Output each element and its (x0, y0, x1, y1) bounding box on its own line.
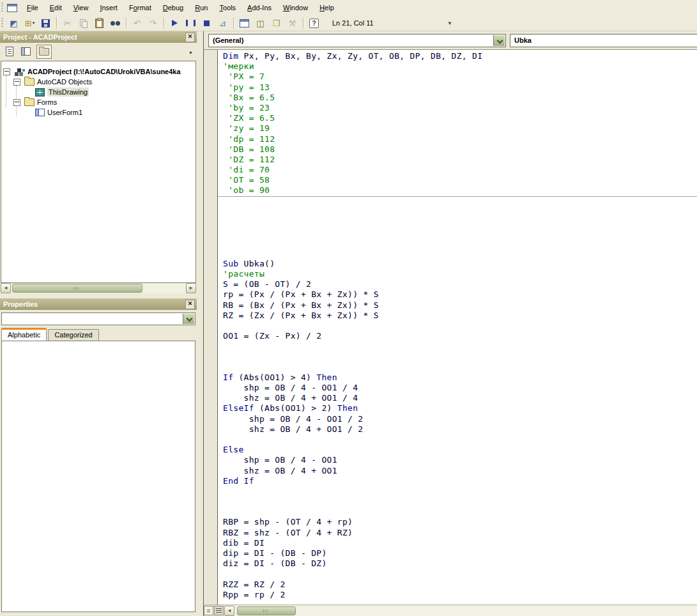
toggle-folders-icon (39, 48, 49, 56)
project-tree-hscrollbar: ◂ ▸ (1, 283, 196, 293)
procedure-view-button[interactable] (204, 606, 213, 615)
reset-icon (204, 20, 210, 26)
menu-item-tools[interactable]: Tools (213, 1, 241, 14)
tree-connector (6, 75, 6, 107)
toggle-folders-button[interactable] (36, 45, 52, 59)
code-editor-surface[interactable]: Dim Px, Py, Bx, By, Zx, Zy, OT, OB, DP, … (218, 50, 697, 604)
chevron-down-icon (186, 316, 192, 322)
insert-userform-button[interactable]: ⊞▾ (22, 17, 37, 30)
find-button[interactable] (108, 17, 123, 30)
help-icon (309, 19, 319, 28)
code-line: RBZ = shz - (OT / 4 + RZ) (223, 528, 697, 538)
code-line: RZZ = RZ / 2 (223, 580, 697, 590)
tree-item-thisdrawing[interactable]: ThisDrawing (1, 87, 195, 97)
tree-item-userform1[interactable]: UserForm1 (1, 107, 195, 118)
scrollbar-track[interactable] (234, 606, 697, 616)
menu-bar: FileEditViewInsertFormatDebugRunToolsAdd… (0, 0, 697, 16)
code-line (223, 497, 697, 507)
undo-icon: ↶ (134, 19, 141, 27)
help-button[interactable] (307, 17, 321, 30)
code-line: ElseIf (Abs(OO1) > 2) Then (223, 403, 697, 413)
project-panel-close-button[interactable]: ✕ (185, 33, 195, 42)
tab-categorized[interactable]: Categorized (48, 329, 98, 341)
tree-item-project-root[interactable]: ACADProject (I:\!AutoCAD\UrokiVBA\sune4k… (1, 66, 195, 77)
redo-icon: ↷ (149, 19, 157, 27)
properties-tabs: Alphabetic Categorized (1, 327, 100, 341)
menu-item-help[interactable]: Help (314, 1, 340, 14)
dropdown-button[interactable] (493, 35, 505, 46)
menu-item-debug[interactable]: Debug (157, 1, 189, 14)
menu-item-insert[interactable]: Insert (94, 1, 123, 14)
properties-panel-titlebar[interactable]: Properties ✕ (0, 298, 197, 310)
object-dropdown[interactable]: (General) (208, 34, 506, 47)
object-browser-button[interactable]: ❒ (269, 17, 284, 30)
undo-button: ↶ (130, 17, 144, 30)
userform-icon (35, 109, 45, 116)
run-button[interactable] (167, 17, 182, 30)
tab-alphabetic[interactable]: Alphabetic (1, 328, 47, 341)
view-object-button[interactable] (18, 45, 33, 59)
dropdown-button[interactable] (183, 314, 194, 324)
menu-item-edit[interactable]: Edit (44, 1, 68, 14)
paste-button[interactable] (92, 17, 107, 30)
save-icon (42, 19, 50, 27)
code-margin-bar[interactable] (204, 50, 218, 604)
toolbar-grip[interactable] (1, 18, 3, 28)
code-line: shp = OB / 4 - OO1 / 2 (223, 414, 697, 424)
drawing-icon (35, 88, 45, 96)
scroll-left-button[interactable]: ◂ (224, 606, 234, 616)
properties-list[interactable] (1, 341, 195, 612)
code-line: 'di = 70 (223, 165, 697, 175)
code-line: Dim Px, Py, Bx, By, Zx, Zy, OT, OB, DP, … (223, 51, 697, 61)
code-line: diz = DI - (DB - DZ) (223, 558, 697, 569)
toolbar-separator (126, 17, 126, 29)
menu-item-view[interactable]: View (68, 1, 95, 14)
scrollbar-thumb[interactable] (237, 606, 296, 615)
collapse-icon[interactable] (3, 68, 10, 75)
menu-item-window[interactable]: Window (277, 1, 314, 14)
tree-item-forms[interactable]: Forms (1, 97, 195, 107)
properties-panel-close-button[interactable]: ✕ (185, 300, 195, 309)
toolbar-overflow-icon[interactable]: ▼ (188, 50, 193, 55)
collapse-icon[interactable] (13, 79, 20, 86)
view-code-button[interactable] (2, 45, 17, 59)
procedure-dropdown[interactable]: Ubka (510, 34, 697, 47)
scrollbar-thumb[interactable] (12, 284, 142, 293)
collapse-icon[interactable] (13, 99, 20, 106)
properties-object-dropdown[interactable] (1, 312, 195, 325)
break-button[interactable] (183, 17, 198, 30)
menu-item-file[interactable]: File (21, 1, 44, 14)
code-hscrollbar: ◂ (224, 606, 697, 616)
code-line: Rpp = rp / 2 (223, 590, 697, 600)
menu-item-addins[interactable]: Add-Ins (241, 1, 277, 14)
project-panel-titlebar[interactable]: Project - ACADProject ✕ (0, 31, 197, 43)
project-tree: ACADProject (I:\!AutoCAD\UrokiVBA\sune4k… (1, 61, 196, 283)
project-explorer-button[interactable] (237, 17, 252, 30)
code-line: 'OT = 58 (223, 175, 697, 185)
mdi-child-window-icon[interactable] (7, 4, 17, 12)
menu-item-format[interactable]: Format (123, 1, 157, 14)
code-line: shp = OB / 4 - OO1 / 4 (223, 383, 697, 393)
chevron-down-icon[interactable]: ▾ (33, 20, 35, 26)
code-line: 'расчеты (223, 269, 697, 279)
scroll-right-button[interactable]: ▸ (186, 283, 196, 293)
code-combo-bar: (General) Ubka (204, 31, 697, 50)
code-line: shp = OB / 4 - OO1 (223, 455, 697, 465)
scrollbar-track[interactable] (11, 283, 186, 293)
dock-splitter[interactable] (197, 31, 203, 616)
properties-window-button[interactable]: ◫ (253, 17, 268, 30)
view-autocad-button[interactable]: ◩ (6, 17, 21, 30)
object-dropdown-value: (General) (213, 36, 243, 44)
menubar-grip[interactable] (1, 3, 3, 13)
full-module-view-button[interactable] (214, 606, 224, 615)
code-line: 'zy = 19 (223, 123, 697, 134)
menu-item-run[interactable]: Run (189, 1, 213, 14)
design-mode-button[interactable]: ⊿ (215, 17, 230, 30)
chevron-down-icon[interactable]: ▼ (447, 20, 452, 26)
save-button[interactable] (38, 17, 53, 30)
line-col-indicator[interactable]: Ln 21, Col 11 ▼ (332, 19, 455, 27)
tree-item-autocad-objects[interactable]: AutoCAD Objects (1, 77, 195, 87)
scroll-left-button[interactable]: ◂ (1, 283, 11, 293)
tree-item-label: Forms (37, 98, 57, 106)
reset-button[interactable] (199, 17, 214, 30)
